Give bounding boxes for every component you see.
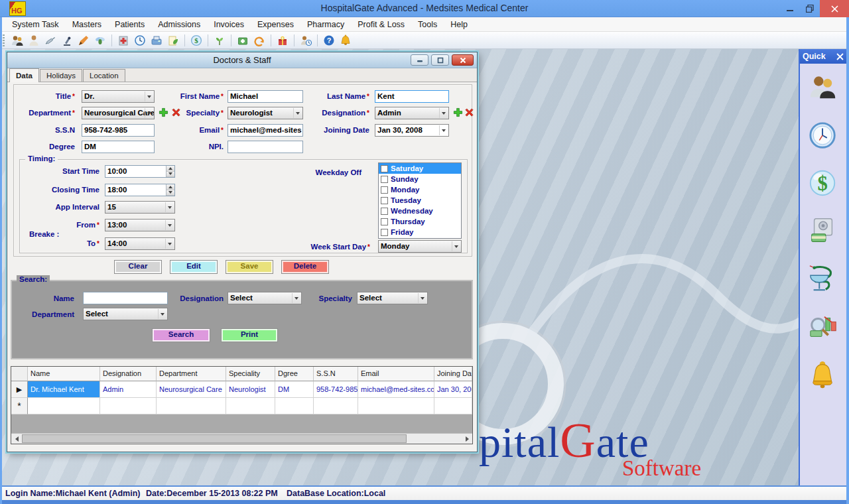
lab-icon[interactable] [94,34,107,47]
grid-header-name[interactable]: Name [28,367,100,381]
weekday-item-thursday[interactable]: Thursday [379,216,461,227]
injection-icon[interactable] [44,34,57,47]
menu-profit-loss[interactable]: Profit & Loss [351,17,411,32]
weekday-off-list[interactable]: Saturday Sunday Monday Tuesday Wednesday… [378,162,462,239]
scroll-left-arrow-icon[interactable] [11,434,22,444]
fax-icon[interactable] [150,34,163,47]
print-button[interactable]: Print [221,328,278,342]
menu-tools[interactable]: Tools [411,17,444,32]
invoice-leaf-icon[interactable] [166,34,180,47]
grid-cell-empty[interactable] [28,398,100,414]
grid-header-email[interactable]: Email [358,367,434,381]
grid-cell-dgree[interactable]: DM [275,381,314,398]
tab-data[interactable]: Data [9,68,39,82]
quick-cash-safe-icon[interactable] [808,216,838,247]
grid-selector-header[interactable] [11,367,28,381]
menu-expenses[interactable]: Expenses [251,17,300,32]
undo-icon[interactable] [253,34,266,47]
reminder-bell-icon[interactable] [339,34,352,47]
joining-date-picker[interactable]: Jan 30, 2008 [375,124,449,137]
checkbox-icon[interactable] [381,176,388,183]
add-department-icon[interactable] [159,107,168,117]
weekday-item-wednesday[interactable]: Wednesday [379,206,461,216]
grid-header-dgree[interactable]: Dgree [275,367,314,381]
checkbox-icon[interactable] [381,218,388,225]
pharmacy-box-icon[interactable] [236,34,249,47]
checkbox-icon[interactable] [381,165,388,172]
grid-cell-name[interactable]: Dr. Michael Kent [28,381,100,398]
search-specialty-combo[interactable]: Select [357,292,428,304]
tab-holidays[interactable]: Holidays [40,69,82,82]
grid-new-row[interactable]: * [11,398,472,414]
quick-panel-close-button[interactable] [833,50,846,62]
search-designation-combo[interactable]: Select [228,292,302,304]
weekday-item-sunday[interactable]: Sunday [379,174,461,184]
checkbox-icon[interactable] [381,197,388,204]
dialog-titlebar[interactable]: Doctors & Staff [7,52,477,68]
dialog-close-button[interactable] [452,54,474,66]
breake-to-combo[interactable]: 14:00 [105,237,175,250]
checkbox-icon[interactable] [381,229,388,236]
grid-cell-ssn[interactable]: 958-742-985 [314,381,358,398]
clear-button[interactable]: Clear [114,260,162,274]
edit-button[interactable]: Edit [170,260,218,274]
grid-header-joining-date[interactable]: Joining Date [434,367,472,381]
quick-appointments-clock-icon[interactable] [808,121,838,151]
checkbox-icon[interactable] [381,186,388,194]
spin-up-icon[interactable] [166,184,174,190]
dialog-maximize-button[interactable] [431,54,449,66]
npi-field[interactable] [228,141,303,153]
weekday-item-monday[interactable]: Monday [379,184,461,195]
quick-reminder-bell-icon[interactable] [808,359,838,390]
search-button[interactable]: Search [152,328,210,342]
grid-data-row[interactable]: ▶ Dr. Michael Kent Admin Neurosurgical C… [11,381,472,398]
search-name-field[interactable] [83,292,168,304]
grid-cell-empty[interactable] [275,398,314,414]
menu-help[interactable]: Help [444,17,474,32]
app-interval-combo[interactable]: 15 [105,201,175,214]
breake-from-combo[interactable]: 13:00 [105,219,175,231]
last-name-field[interactable]: Kent [375,90,449,103]
scroll-right-arrow-icon[interactable] [462,434,472,444]
grid-horizontal-scrollbar[interactable] [11,433,472,444]
save-button[interactable]: Save [226,260,273,274]
quick-financial-search-icon[interactable] [808,312,838,342]
add-designation-icon[interactable] [453,107,463,117]
weekday-item-saturday[interactable]: Saturday [379,163,461,174]
designation-combo[interactable]: Admin [375,107,449,119]
help-icon[interactable]: ? [322,34,336,47]
grid-cell-email[interactable]: michael@med-sites.com [358,381,434,398]
specialty-combo[interactable]: Neurologist [228,107,303,119]
week-start-day-combo[interactable]: Monday [378,240,462,253]
grid-cell-speciality[interactable]: Neurologist [226,381,275,398]
delete-button[interactable]: Delete [281,260,329,274]
window-minimize-button[interactable] [780,0,800,17]
title-combo[interactable]: Dr. [82,90,155,103]
checkbox-icon[interactable] [381,208,388,215]
doctors-staff-icon[interactable] [11,34,24,47]
grid-cell-department[interactable]: Neurosurgical Care [157,381,226,398]
scrollbar-thumb[interactable] [22,434,407,443]
hospital-building-icon[interactable] [117,34,130,47]
staff-schedule-icon[interactable] [299,34,312,47]
first-name-field[interactable]: Michael [228,90,303,103]
grid-cell-designation[interactable]: Admin [100,381,157,398]
quick-staff-icon[interactable] [808,73,838,103]
grid-header-speciality[interactable]: Speciality [226,367,275,381]
menu-system-task[interactable]: System Task [5,17,66,32]
menu-patients[interactable]: Patients [108,17,151,32]
spin-down-icon[interactable] [166,172,174,178]
grid-cell-empty[interactable] [434,398,472,414]
menu-masters[interactable]: Masters [66,17,108,32]
spin-up-icon[interactable] [166,166,174,172]
app-titlebar[interactable]: HG HospitalGate Advanced - Medsites Medi… [0,0,849,17]
prescription-pen-icon[interactable] [77,34,90,47]
grid-cell-empty[interactable] [157,398,226,414]
window-restore-button[interactable] [800,0,820,17]
grid-cell-empty[interactable] [226,398,275,414]
billing-dollar-icon[interactable]: $ [190,34,203,47]
plant-icon[interactable] [213,34,226,47]
grid-header-designation[interactable]: Designation [100,367,157,381]
grid-header-ssn[interactable]: S.S.N [314,367,358,381]
spin-down-icon[interactable] [166,190,174,196]
